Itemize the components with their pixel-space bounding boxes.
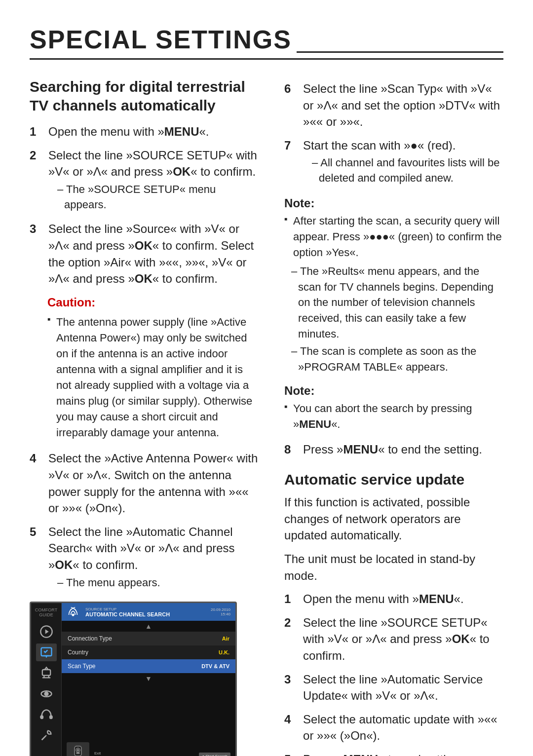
step-8-menu-bold: MENU bbox=[343, 443, 378, 456]
auto-step-3-body: Select the line »Automatic Service Updat… bbox=[303, 671, 503, 704]
note-1-title: Note: bbox=[284, 196, 503, 210]
tv-menu-value-country: U.K. bbox=[219, 649, 229, 655]
step-2-sub-1: The »SOURCE SETUP« menu appears. bbox=[57, 182, 260, 213]
svg-line-8 bbox=[41, 735, 46, 740]
auto-step-4-body: Select the automatic update with »«« or … bbox=[303, 711, 503, 744]
section-heading: Searching for digital terrestrial TV cha… bbox=[30, 77, 260, 114]
step-8-num: 8 bbox=[284, 441, 298, 458]
svg-point-14 bbox=[77, 750, 79, 751]
auto-step-1: 1 Open the menu with »MENU«. bbox=[284, 591, 503, 607]
tv-menu-label-scantype: Scan Type bbox=[68, 663, 201, 670]
tv-icon-headphone bbox=[36, 706, 57, 723]
tv-ui: COMFORTGUIDE bbox=[30, 602, 237, 756]
tv-screenshot-area: COMFORTGUIDE bbox=[30, 602, 260, 756]
tv-bottom-bar: ExitBack ● Start Search bbox=[62, 739, 235, 756]
steps-list: 1 Open the menu with »MENU«. 2 Select th… bbox=[30, 123, 260, 592]
caution-items: The antenna power supply (line »Active A… bbox=[47, 314, 260, 443]
tv-header-title: AUTOMATIC CHANNEL SEARCH bbox=[85, 611, 211, 617]
step-8: 8 Press »MENU« to end the setting. bbox=[284, 441, 503, 458]
note-1-items: After starting the scan, a security quer… bbox=[284, 213, 503, 375]
step-5-sub: The menu appears. bbox=[48, 575, 260, 591]
auto-service-desc1: If this function is activated, possible … bbox=[284, 494, 503, 544]
auto-service-desc2: The unit must be located in stand-by mod… bbox=[284, 551, 503, 584]
step-5-ok: OK bbox=[55, 558, 73, 571]
auto-step-4-num: 4 bbox=[284, 711, 298, 744]
caution-title: Caution: bbox=[47, 294, 260, 311]
step-2-body: Select the line »SOURCE SETUP« with »V« … bbox=[48, 147, 260, 214]
svg-point-9 bbox=[72, 614, 74, 616]
note-2-title: Note: bbox=[284, 384, 503, 398]
steps-continued: 6 Select the line »Scan Typ« with »V« or… bbox=[284, 80, 503, 188]
step-8-body: Press »MENU« to end the setting. bbox=[303, 441, 503, 458]
step-2-sub: The »SOURCE SETUP« menu appears. bbox=[48, 182, 260, 213]
step-1-num: 1 bbox=[30, 123, 43, 140]
auto-service-title: Automatic service update bbox=[284, 471, 503, 488]
tv-menu-row-country: Country U.K. bbox=[62, 645, 235, 659]
tv-arrow-up: ▲ bbox=[62, 621, 235, 632]
step-6-num: 6 bbox=[284, 80, 298, 130]
auto-step-1-menu: MENU bbox=[419, 592, 454, 605]
note-1-sublist: The »Reults« menu appears, and the scan … bbox=[284, 264, 503, 375]
tv-bottom-labels: ExitBack bbox=[94, 751, 103, 756]
auto-step-2-ok: OK bbox=[452, 632, 470, 645]
auto-step-5: 5 Press »MENU« to end setting. bbox=[284, 751, 503, 756]
auto-service-steps: 1 Open the menu with »MENU«. 2 Select th… bbox=[284, 591, 503, 756]
step-5-num: 5 bbox=[30, 524, 43, 592]
auto-step-5-menu: MENU bbox=[343, 753, 378, 756]
note-2-menu-bold: MENU bbox=[299, 418, 331, 430]
auto-step-2-num: 2 bbox=[284, 614, 298, 664]
svg-line-11 bbox=[73, 607, 75, 608]
svg-marker-1 bbox=[45, 630, 48, 634]
note-1-item-1: After starting the scan, a security quer… bbox=[284, 213, 503, 261]
tv-header: SOURCE SETUP AUTOMATIC CHANNEL SEARCH 20… bbox=[62, 603, 235, 621]
step-7-sub: All channel and favourites lists will be… bbox=[303, 155, 503, 186]
auto-step-1-num: 1 bbox=[284, 591, 298, 607]
step-2-ok: OK bbox=[173, 165, 190, 178]
svg-rect-6 bbox=[40, 716, 43, 719]
auto-step-5-num: 5 bbox=[284, 751, 298, 756]
tv-icon-tools bbox=[36, 726, 57, 744]
svg-rect-7 bbox=[50, 716, 52, 719]
step-5: 5 Select the line »Automatic Channel Sea… bbox=[30, 524, 260, 592]
note-2-item-1: You can abort the search by pressing »ME… bbox=[284, 401, 503, 432]
step-4-num: 4 bbox=[30, 450, 43, 516]
step-8-list: 8 Press »MENU« to end the setting. bbox=[284, 441, 503, 458]
tv-icon-source bbox=[36, 643, 57, 661]
note-2-items: You can abort the search by pressing »ME… bbox=[284, 401, 503, 432]
tv-bottom-remote-img bbox=[67, 742, 89, 756]
tv-menu-value-scantype: DTV & ATV bbox=[201, 663, 229, 669]
step-7: 7 Start the scan with »●« (red). All cha… bbox=[284, 137, 503, 188]
step-7-body: Start the scan with »●« (red). All chann… bbox=[303, 137, 503, 188]
step-1-body: Open the menu with »MENU«. bbox=[48, 123, 260, 140]
step-6: 6 Select the line »Scan Typ« with »V« or… bbox=[284, 80, 503, 130]
right-column: 6 Select the line »Scan Typ« with »V« or… bbox=[284, 77, 503, 756]
page: SPECIAL SETTINGS Searching for digital t… bbox=[0, 0, 533, 756]
tv-main-area: SOURCE SETUP AUTOMATIC CHANNEL SEARCH 20… bbox=[62, 603, 235, 756]
auto-step-4: 4 Select the automatic update with »«« o… bbox=[284, 711, 503, 744]
step-5-body: Select the line »Automatic Channel Searc… bbox=[48, 524, 260, 592]
two-column-layout: Searching for digital terrestrial TV cha… bbox=[30, 77, 503, 756]
auto-step-1-body: Open the menu with »MENU«. bbox=[303, 591, 503, 607]
automatic-service-section: Automatic service update If this functio… bbox=[284, 471, 503, 756]
page-title: SPECIAL SETTINGS bbox=[30, 25, 503, 60]
step-2: 2 Select the line »SOURCE SETUP« with »V… bbox=[30, 147, 260, 214]
step-6-body: Select the line »Scan Typ« with »V« or »… bbox=[303, 80, 503, 130]
step-1: 1 Open the menu with »MENU«. bbox=[30, 123, 260, 140]
tv-sidebar-label: COMFORTGUIDE bbox=[35, 608, 57, 618]
svg-point-5 bbox=[44, 692, 48, 696]
step-3-num: 3 bbox=[30, 221, 43, 287]
tv-sidebar: COMFORTGUIDE bbox=[31, 603, 62, 756]
note-block-2: Note: You can abort the search by pressi… bbox=[284, 384, 503, 432]
tv-screen: COMFORTGUIDE bbox=[30, 602, 237, 756]
svg-rect-3 bbox=[42, 670, 50, 676]
auto-step-3: 3 Select the line »Automatic Service Upd… bbox=[284, 671, 503, 704]
step-7-sub-1: All channel and favourites lists will be… bbox=[312, 155, 503, 186]
note-block-1: Note: After starting the scan, a securit… bbox=[284, 196, 503, 375]
step-3: 3 Select the line »Source« with »V« or »… bbox=[30, 221, 260, 287]
tv-bottom-start-search: ● Start Search bbox=[199, 753, 230, 756]
title-text: SPECIAL SETTINGS bbox=[30, 25, 292, 54]
step-3-ok1: OK bbox=[135, 239, 152, 252]
caution-item-1: The antenna power supply (line »Active A… bbox=[47, 314, 260, 440]
tv-menu-row-scantype: Scan Type DTV & ATV bbox=[62, 659, 235, 673]
svg-line-10 bbox=[71, 607, 73, 608]
